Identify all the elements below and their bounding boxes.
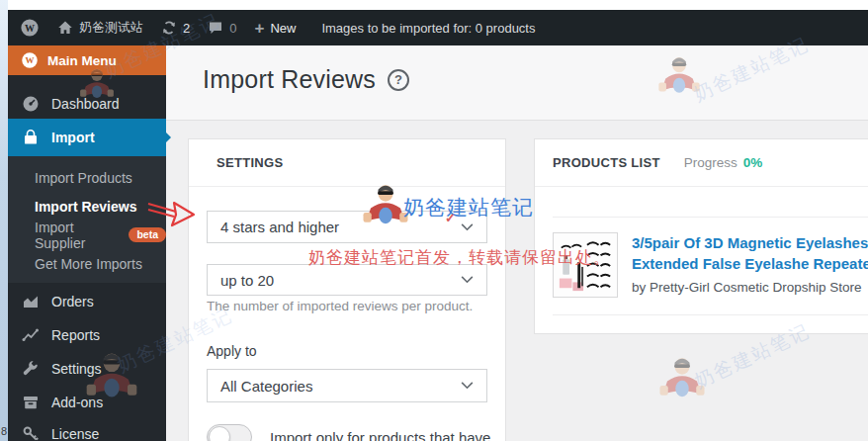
sidebar-item-label: Add-ons (51, 395, 103, 410)
submenu-item-import-supplier[interactable]: Import Supplier beta (8, 220, 166, 249)
new-content-menu[interactable]: + New (254, 20, 296, 37)
home-icon (57, 20, 73, 36)
products-list-panel: PRODUCTS LIST Progress 0% (534, 138, 868, 334)
updates-indicator[interactable]: 2 (161, 20, 190, 36)
category-select[interactable]: All Categories (207, 369, 487, 402)
admin-sidebar: W Main Menu Dashboard Import Import Prod… (8, 45, 166, 441)
products-list-title: PRODUCTS LIST (553, 155, 660, 170)
submenu-item-get-more-imports[interactable]: Get More Imports (8, 249, 166, 278)
import-only-toggle[interactable] (207, 424, 252, 441)
settings-panel-title: SETTINGS (217, 155, 283, 170)
sidebar-item-add-ons[interactable]: Add-ons (8, 386, 166, 419)
toggle-knob (209, 426, 230, 441)
sidebar-item-import[interactable]: Import (8, 119, 166, 156)
window-top-edge (0, 0, 868, 10)
wordpress-menu[interactable]: W (20, 18, 40, 38)
reviews-limit-help: The number of imported reviews per produ… (207, 299, 473, 313)
chevron-down-icon (461, 276, 474, 284)
settings-panel: SETTINGS 4 stars and higher up to 20 The… (188, 138, 506, 441)
svg-text:W: W (26, 55, 35, 65)
sidebar-item-license[interactable]: License (8, 417, 166, 441)
key-icon (22, 425, 40, 441)
gauge-icon (22, 95, 40, 113)
svg-text:W: W (25, 23, 35, 34)
page-head: Import Reviews ? (203, 65, 409, 94)
sidebar-item-dashboard[interactable]: Dashboard (8, 87, 166, 121)
desktop-edge-strip: 8 (0, 0, 8, 441)
product-info: 3/5pair Of 3D Magnetic Eyelashes Han Ext… (632, 232, 868, 298)
product-title-line2: Extended False Eyelashe Repeated Use (632, 253, 868, 274)
category-value: All Categories (220, 378, 312, 395)
submenu-label: Get More Imports (35, 256, 142, 272)
submenu-label: Import Supplier (35, 220, 122, 251)
red-arrow-annotation (146, 197, 202, 232)
wordpress-logo-icon: W (21, 51, 39, 69)
wordpress-logo-icon: W (20, 18, 40, 38)
product-title-link[interactable]: 3/5pair Of 3D Magnetic Eyelashes Han Ext… (632, 232, 868, 274)
sidebar-item-label: Settings (51, 361, 102, 377)
import-submenu: Import Products Import Reviews Import Su… (8, 156, 166, 283)
rating-filter-value: 4 stars and higher (220, 219, 339, 235)
chevron-down-icon (461, 223, 474, 231)
progress-value: 0% (743, 155, 763, 170)
wrench-icon (22, 360, 40, 378)
apply-to-label: Apply to (207, 343, 257, 359)
updates-count: 2 (183, 21, 190, 36)
superhero-mascot-icon (658, 356, 706, 403)
import-only-toggle-label: Import only for products that have (270, 429, 490, 441)
sidebar-item-label: Orders (51, 294, 94, 309)
product-title-line1: 3/5pair Of 3D Magnetic Eyelashes Han (632, 232, 868, 253)
site-name: 奶爸测试站 (79, 19, 143, 37)
comment-bubble-icon (208, 20, 223, 36)
submenu-label: Import Reviews (35, 199, 136, 215)
submenu-item-import-products[interactable]: Import Products (8, 163, 166, 192)
list-divider (553, 217, 868, 218)
wordpress-admin-screen: 8 W 奶爸测试站 2 (0, 0, 868, 441)
update-arrows-icon (161, 20, 177, 36)
active-menu-arrow (162, 129, 180, 146)
shopping-bag-icon (22, 129, 40, 146)
red-check-mark: ✓ (445, 211, 456, 225)
area-chart-icon (22, 293, 40, 310)
comments-count: 0 (229, 21, 236, 36)
admin-bar: W 奶爸测试站 2 0 + New (8, 10, 868, 45)
product-byline: by Pretty-Girl Cosmetic Dropship Store (632, 280, 868, 295)
reviews-limit-value: up to 20 (220, 272, 274, 289)
comments-indicator[interactable]: 0 (208, 20, 236, 36)
page-title: Import Reviews (203, 65, 376, 94)
help-icon[interactable]: ? (388, 69, 409, 91)
chevron-down-icon (461, 382, 474, 390)
sidebar-item-label: License (51, 426, 99, 441)
red-watermark-notice: 奶爸建站笔记首发，转载请保留出处。 (308, 246, 611, 269)
line-chart-icon (22, 326, 40, 344)
row-divider (553, 314, 868, 315)
sidebar-item-settings[interactable]: Settings (8, 352, 166, 386)
progress-label: Progress (684, 155, 738, 170)
sidebar-item-label: Reports (51, 327, 100, 343)
submenu-label: Import Products (35, 170, 132, 186)
site-link[interactable]: 奶爸测试站 (57, 19, 143, 37)
plus-icon: + (254, 20, 264, 37)
main-menu-header[interactable]: W Main Menu (8, 45, 166, 75)
submenu-item-import-reviews[interactable]: Import Reviews (8, 192, 166, 220)
sidebar-item-label: Import (51, 130, 95, 145)
taskbar-badge: 8 (1, 425, 7, 437)
watermark-bottom-right: 奶爸建站笔记 (658, 356, 706, 407)
archive-box-icon (22, 394, 40, 411)
sidebar-item-orders[interactable]: Orders (8, 285, 166, 318)
sidebar-item-reports[interactable]: Reports (8, 318, 166, 352)
sidebar-item-label: Dashboard (51, 96, 120, 112)
new-label: New (270, 21, 296, 36)
main-menu-label: Main Menu (47, 53, 117, 68)
images-import-notice: Images to be imported for: 0 products (321, 21, 535, 36)
import-only-toggle-row: Import only for products that have (207, 424, 490, 441)
